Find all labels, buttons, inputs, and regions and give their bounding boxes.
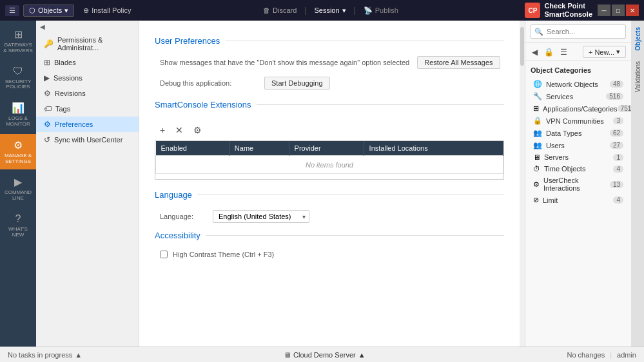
settings-extension-button[interactable]: ⚙ [191,124,204,137]
sidebar-item-permissions[interactable]: 🔑 Permissions & Administrat... [36,33,139,55]
scrollbar-track[interactable] [520,21,525,347]
add-extension-button[interactable]: + [157,124,168,137]
chevron-down-icon: ▾ [64,6,68,15]
section-divider-2 [257,104,504,105]
nav-item-command[interactable]: ▶ COMMAND LINE [0,171,36,207]
start-debugging-button[interactable]: Start Debugging [264,77,330,90]
tab-objects[interactable]: Objects [632,23,643,55]
services-icon: 🔧 [533,92,542,100]
back-button[interactable]: ◀ [531,46,539,58]
nav-item-whatsnew[interactable]: ? WHAT'S NEW [0,208,36,243]
show-messages-row: Show messages that have the "Don't show … [155,56,504,69]
remove-extension-button[interactable]: ✕ [173,124,186,137]
sidebar-item-tags[interactable]: 🏷 Tags [36,101,139,117]
category-vpn[interactable]: 🔒 VPN Communities 3 [531,115,626,127]
user-label: admin [617,351,636,359]
sidebar-item-preferences[interactable]: ⚙ Preferences [36,117,139,132]
datatypes-icon: 👥 [533,129,542,137]
nav-item-gateways[interactable]: ⊞ GATEWAYS & SERVERS [0,23,36,59]
install-policy-button[interactable]: ⊕ Install Policy [78,5,136,16]
category-apps[interactable]: ⊞ Applications/Categories 7517 [531,102,626,115]
no-items-cell: No items found [156,156,503,174]
top-bar-center: 🗑 Discard | Session ▾ | 📡 Publish [141,6,520,15]
gateways-icon: ⊞ [14,28,23,41]
nav-item-manage[interactable]: ⚙ MANAGE & SETTINGS [0,134,36,170]
category-network[interactable]: 🌐 Network Objects 48 [531,78,626,90]
right-tab-content: 🔍 ◀ 🔒 ☰ + New... ▾ Object Cat [525,21,631,347]
timeobj-icon: ⏱ [533,165,540,173]
chevron-down-icon: ▾ [616,48,620,56]
publish-icon: 📡 [364,6,373,15]
app-menu-button[interactable]: ☰ [5,5,19,16]
object-categories: Object Categories 🌐 Network Objects 48 🔧… [525,61,631,211]
bottom-bar: No tasks in progress ▲ 🖥 Cloud Demo Serv… [0,347,644,362]
bottom-center[interactable]: 🖥 Cloud Demo Server ▲ [284,351,365,359]
right-toolbar: ◀ 🔒 ☰ + New... ▾ [525,43,631,61]
logo-area: CP Check Point SmartConsole [525,2,592,19]
sidebar-item-revisions[interactable]: ⚙ Revisions [36,86,139,101]
extensions-title: SmartConsole Extensions [155,100,251,110]
maximize-button[interactable]: □ [612,5,625,16]
sidebar-item-blades[interactable]: ⊞ Blades [36,55,139,70]
category-datatypes[interactable]: 👥 Data Types 62 [531,127,626,139]
scrollbar-thumb[interactable] [520,27,524,66]
category-servers[interactable]: 🖥 Servers 1 [531,151,626,163]
lock-button[interactable]: 🔒 [543,46,555,58]
language-row: Language: English (United States) French… [155,210,504,223]
servers-icon: 🖥 [533,153,540,161]
category-limit[interactable]: ⊘ Limit 4 [531,194,626,206]
logs-icon: 📊 [12,102,24,114]
tasks-chevron-icon: ▲ [75,351,82,359]
tasks-label: No tasks in progress [8,351,72,359]
list-button[interactable]: ☰ [559,46,569,58]
minimize-button[interactable]: ─ [598,5,610,16]
discard-button[interactable]: 🗑 Discard [263,6,297,14]
section-divider-4 [206,235,504,236]
main-layout: ⊞ GATEWAYS & SERVERS 🛡 SECURITY POLICIES… [0,21,644,347]
tab-validations[interactable]: Validations [632,57,643,96]
sidebar-collapse-button[interactable]: ◀ [36,21,139,33]
category-usercheck[interactable]: ⚙ UserCheck Interactions 13 [531,175,626,194]
extensions-table-head: Enabled Name Provider Installed Location… [156,141,503,156]
language-label: Language: [160,213,205,220]
extensions-table-container: Enabled Name Provider Installed Location… [155,140,504,180]
search-bar: 🔍 [525,21,631,43]
nav-item-security[interactable]: 🛡 SECURITY POLICIES [0,61,36,96]
language-title: Language [155,190,192,200]
session-button[interactable]: Session ▾ [314,6,346,15]
changes-label: No changes [567,351,605,359]
publish-button[interactable]: 📡 Publish [364,6,398,15]
high-contrast-row: High Contrast Theme (Ctrl + F3) [155,251,504,258]
right-tab-bar: Objects Validations [631,21,644,347]
server-icon: 🖥 [284,351,291,359]
category-users[interactable]: 👥 Users 27 [531,139,626,151]
chevron-down-icon: ▾ [342,6,346,15]
accessibility-section-header: Accessibility [155,231,504,240]
close-button[interactable]: ✕ [626,5,639,16]
limit-icon: ⊘ [533,196,539,204]
sidebar: ◀ 🔑 Permissions & Administrat... ⊞ Blade… [36,21,139,347]
search-input-wrap: 🔍 [531,24,626,39]
col-locations: Installed Locations [364,141,503,156]
category-services[interactable]: 🔧 Services 516 [531,90,626,102]
manage-icon: ⚙ [14,139,23,151]
category-timeobj[interactable]: ⏱ Time Objects 4 [531,163,626,175]
permissions-icon: 🔑 [44,39,54,48]
sidebar-item-sessions[interactable]: ▶ Sessions [36,70,139,86]
sessions-icon: ▶ [44,73,50,82]
search-input[interactable] [531,24,626,39]
col-provider: Provider [289,141,364,156]
plus-icon: + [589,48,592,56]
objects-button[interactable]: ⬡ Objects ▾ [23,5,74,17]
discard-icon: 🗑 [263,6,270,14]
high-contrast-checkbox[interactable] [160,251,168,258]
search-icon: 🔍 [534,28,543,36]
new-button[interactable]: + New... ▾ [583,46,626,58]
sidebar-item-sync[interactable]: ↺ Sync with UserCenter [36,132,139,148]
language-select[interactable]: English (United States) French German Ja… [213,210,309,223]
right-panel-tabs: 🔍 ◀ 🔒 ☰ + New... ▾ Object Cat [525,21,644,347]
bottom-right: No changes | admin [567,351,636,359]
nav-item-logs[interactable]: 📊 LOGS & MONITOR [0,97,36,133]
window-controls: ─ □ ✕ [598,5,639,16]
restore-all-messages-button[interactable]: Restore All Messages [417,56,500,69]
